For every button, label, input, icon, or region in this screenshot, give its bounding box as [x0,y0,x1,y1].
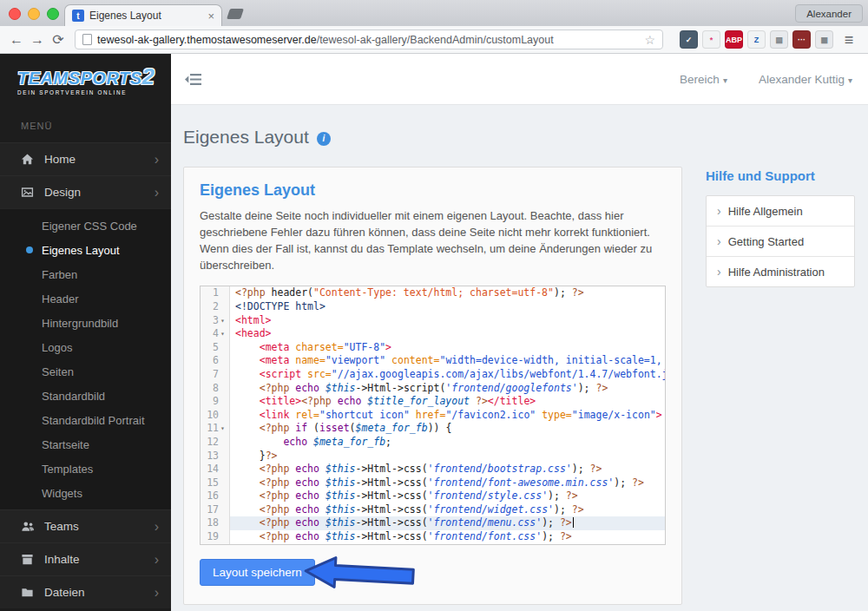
code-line-19[interactable]: 19 <?php echo $this->Html->css('frontend… [201,530,665,544]
help-link-hilfe-administration[interactable]: ›Hilfe Administration [707,257,854,286]
adblock-plus-extension-icon[interactable]: ABP [725,30,743,49]
back-button[interactable]: ← [7,26,26,53]
sidebar-item-dateien[interactable]: Dateien› [0,575,171,608]
dot-spacer [26,465,33,472]
code-line-text: <?php echo $this->Html->css('frontend/fo… [230,530,665,544]
dateien-icon [21,586,44,599]
line-number: 10 [201,409,230,423]
help-link-label: Hilfe Administration [728,266,825,279]
browser-menu-icon[interactable]: ≡ [838,29,859,51]
code-line-17[interactable]: 17 <?php echo $this->Html->css('frontend… [201,503,665,517]
sidebar-item-home[interactable]: Home› [0,142,171,175]
bereich-dropdown[interactable]: Bereich▾ [680,73,727,86]
code-line-5[interactable]: 5 <meta charset="UTF-8"> [201,341,665,355]
sidebar-subitem-label: Eigenes Layout [42,244,120,257]
chevron-right-icon: › [717,234,721,248]
tab-close-icon[interactable]: × [207,10,214,23]
dot-spacer [26,295,33,302]
code-line-15[interactable]: 15 <?php echo $this->Html->css('frontend… [201,476,665,490]
line-number: 4▾ [201,327,230,341]
sidebar-subitem-widgets[interactable]: Widgets [0,481,171,505]
caret-down-icon: ▾ [723,76,727,85]
sidebar-item-design[interactable]: Design› [0,175,171,208]
sidebar-item-teams[interactable]: Teams› [0,509,171,542]
sidebar-subitem-standardbild-portrait[interactable]: Standardbild Portrait [0,408,171,432]
forward-button[interactable]: → [28,26,47,53]
sidebar-subitem-eigener-css-code[interactable]: Eigener CSS Code [0,214,171,238]
sidebar-submenu: Eigener CSS CodeEigenes LayoutFarbenHead… [0,208,171,509]
capture-extension-icon[interactable]: ✓ [680,30,698,49]
sidebar-item-label: Design [44,186,81,199]
bookmark-star-icon[interactable]: ☆ [644,33,655,47]
code-line-10[interactable]: 10 <link rel="shortcut icon" href="/favi… [201,409,665,423]
help-link-hilfe-allgemein[interactable]: ›Hilfe Allgemein [707,196,854,227]
custom-layout-panel: Eigenes Layout Gestalte deine Seite noch… [183,167,682,605]
code-editor[interactable]: 1<?php header("Content-Type: text/html; … [200,286,666,544]
code-line-18[interactable]: 18 <?php echo $this->Html->css('frontend… [201,516,665,530]
window-close-button[interactable] [9,8,21,20]
info-icon[interactable]: i [317,132,331,146]
help-link-getting-started[interactable]: ›Getting Started [707,227,854,257]
sidebar-subitem-startseite[interactable]: Startseite [0,432,171,457]
code-line-12[interactable]: 12 echo $meta_for_fb; [201,436,665,450]
app-logo[interactable]: TEAMSPORTS2 DEIN SPORTVEREIN ONLINE [0,54,171,108]
user-dropdown[interactable]: Alexander Kuttig▾ [759,73,852,86]
main-header: Bereich▾ Alexander Kuttig▾ [171,54,868,105]
logo-title: TEAMSPORTS [17,69,142,88]
code-line-11[interactable]: 11▾ <?php if (isset($meta_for_fb)) { [201,422,665,436]
sidebar-toggle-button[interactable] [185,73,201,89]
sidebar-item-label: Teams [44,520,79,533]
browser-tab[interactable]: t Eigenes Layout × [64,4,222,26]
window-minimize-button[interactable] [28,8,40,20]
help-sidebar: Hilfe und Support ›Hilfe Allgemein›Getti… [706,167,855,287]
line-number: 16 [201,489,230,503]
sidebar-subitem-hintergrundbild[interactable]: Hintergrundbild [0,311,171,335]
share-extension-icon[interactable]: * [702,30,720,49]
code-line-6[interactable]: 6 <meta name="viewport" content="width=d… [201,354,665,368]
reload-button[interactable]: ⟳ [49,26,68,53]
code-line-3[interactable]: 3▾<html> [201,314,665,328]
code-line-text: <meta charset="UTF-8"> [230,341,665,355]
sidebar-subitem-farben[interactable]: Farben [0,262,171,286]
sidebar-item-label: Dateien [44,586,85,599]
save-layout-button[interactable]: Layout speichern [200,559,315,586]
sidebar-subitem-templates[interactable]: Templates [0,457,171,481]
dot-spacer [26,271,33,278]
address-bar[interactable]: tewesol-ak-gallery.themostawesomeserver.… [75,30,663,49]
code-line-16[interactable]: 16 <?php echo $this->Html->css('frontend… [201,489,665,503]
fold-marker-icon: ▾ [219,327,227,341]
chevron-right-icon: › [155,552,159,568]
code-line-8[interactable]: 8 <?php echo $this->Html->script('fronte… [201,382,665,396]
window-zoom-button[interactable] [47,8,59,20]
sidebar-subitem-label: Standardbild [42,390,105,403]
notes-extension-icon[interactable]: ▤ [770,30,788,49]
code-line-1[interactable]: 1<?php header("Content-Type: text/html; … [201,286,665,300]
dot-spacer [26,368,33,375]
inhalte-icon [21,553,44,566]
code-line-4[interactable]: 4▾<head> [201,327,665,341]
sidebar-subitem-label: Hintergrundbild [42,317,118,330]
zotero-extension-icon[interactable]: Z [747,30,766,49]
code-line-14[interactable]: 14 <?php echo $this->Html->css('frontend… [201,463,665,476]
grid-extension-icon[interactable]: ▦ [815,30,833,49]
code-line-text: <html> [230,314,665,328]
new-tab-button[interactable] [227,9,244,19]
code-line-7[interactable]: 7 <script src="//ajax.googleapis.com/aja… [201,368,665,382]
code-line-2[interactable]: 2<!DOCTYPE html> [201,300,665,314]
profile-button[interactable]: Alexander [795,4,863,23]
sidebar-subitem-header[interactable]: Header [0,286,171,311]
help-list: ›Hilfe Allgemein›Getting Started›Hilfe A… [706,195,855,287]
sidebar-subitem-logos[interactable]: Logos [0,335,171,359]
sidebar-subitem-eigenes-layout[interactable]: Eigenes Layout [0,238,171,262]
sidebar-subitem-standardbild[interactable]: Standardbild [0,384,171,408]
code-line-9[interactable]: 9 <title><?php echo $title_for_layout ?>… [201,395,665,409]
dots-extension-icon[interactable]: ··· [792,30,811,49]
sidebar-subitem-label: Templates [42,463,93,476]
sidebar-subitem-seiten[interactable]: Seiten [0,359,171,384]
code-editor-lines: 1<?php header("Content-Type: text/html; … [201,286,665,543]
code-line-text: <meta name="viewport" content="width=dev… [230,354,665,368]
sidebar-item-inhalte[interactable]: Inhalte› [0,542,171,575]
code-line-13[interactable]: 13 }?> [201,450,665,463]
code-line-text: <?php echo $this->Html->css('frontend/st… [230,489,665,503]
dot-spacer [26,222,33,229]
